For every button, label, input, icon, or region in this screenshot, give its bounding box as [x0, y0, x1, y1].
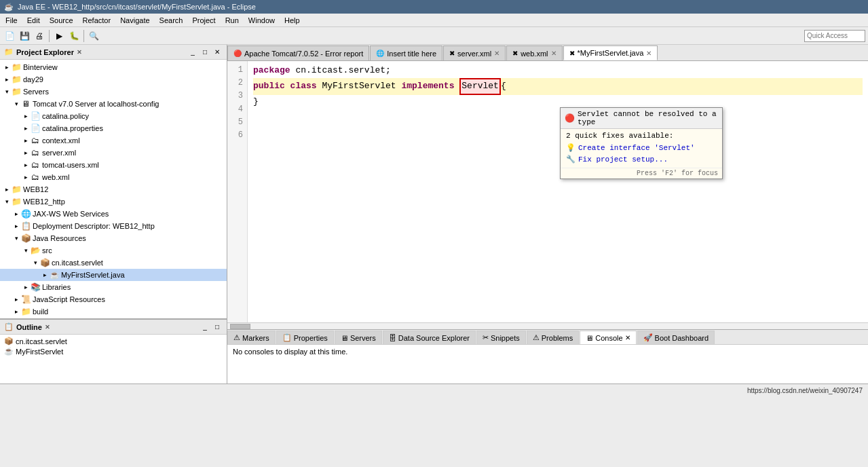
tree-toggle[interactable]: ▸	[22, 125, 30, 132]
bottom-tab-properties[interactable]: 📋 Properties	[276, 331, 334, 344]
tree-icon: 🗂	[30, 135, 41, 146]
fix-icon: 💡	[566, 143, 575, 152]
tree-item-catalina_policy[interactable]: ▸ 📄 catalina.policy	[0, 110, 227, 122]
tree-item-servers[interactable]: ▾ 📁 Servers	[0, 86, 227, 98]
tree-toggle[interactable]: ▸	[3, 64, 11, 71]
tab-label: Apache Tomcat/7.0.52 - Error report	[244, 50, 363, 58]
tree-item-server_xml[interactable]: ▸ 🗂 server.xml	[0, 147, 227, 159]
tab-close-btn[interactable]: ✕	[646, 50, 652, 57]
search-btn[interactable]: 🔍	[87, 29, 100, 43]
tree-toggle[interactable]: ▸	[22, 162, 30, 168]
tree-toggle[interactable]: ▾	[31, 259, 39, 266]
tree-item-catalina_props[interactable]: ▸ 📄 catalina.properties	[0, 122, 227, 134]
tree-label: MyFirstServlet.java	[61, 271, 125, 279]
outline-item[interactable]: 📦cn.itcast.servlet	[3, 336, 224, 346]
tree-toggle[interactable]: ▾	[3, 198, 11, 205]
minimize-btn[interactable]: _	[187, 47, 198, 58]
tree-toggle[interactable]: ▸	[3, 186, 11, 193]
tree-item-day29[interactable]: ▸ 📁 day29	[0, 73, 227, 86]
editor-tab-tab5[interactable]: ✖ *MyFirstServlet.java ✕	[563, 45, 658, 60]
tree-toggle[interactable]: ▸	[3, 76, 11, 83]
tree-toggle[interactable]: ▾	[22, 247, 30, 254]
menu-item-file[interactable]: File	[1, 16, 22, 25]
bottom-tab-snippets[interactable]: ✂ Snippets	[476, 331, 526, 344]
print-btn[interactable]: 🖨	[33, 29, 46, 43]
bottom-tab-markers[interactable]: ⚠ Markers	[227, 331, 276, 344]
tree-item-servlet_file[interactable]: ▸ ☕ MyFirstServlet.java	[0, 269, 227, 281]
menu-item-help[interactable]: Help	[280, 16, 304, 25]
tree-item-js_res[interactable]: ▸ 📜 JavaScript Resources	[0, 293, 227, 305]
bottom-tab-problems[interactable]: ⚠ Problems	[527, 331, 579, 344]
tree-item-binterview[interactable]: ▸ 📁 Binterview	[0, 61, 227, 73]
run-btn[interactable]: ▶	[52, 29, 66, 43]
tree-item-context_xml[interactable]: ▸ 🗂 context.xml	[0, 134, 227, 147]
tree-item-deploy[interactable]: ▸ 📋 Deployment Descriptor: WEB12_http	[0, 220, 227, 232]
editor-tab-tab1[interactable]: 🔴 Apache Tomcat/7.0.52 - Error report	[227, 45, 369, 60]
quick-access-input[interactable]	[804, 30, 865, 42]
tree-icon: 📋	[20, 221, 31, 231]
tree-item-web12_http[interactable]: ▾ 📁 WEB12_http	[0, 195, 227, 208]
editor-content[interactable]: 123456 package cn.itcast.servlet;public …	[227, 61, 868, 322]
tree-item-build[interactable]: ▸ 📁 build	[0, 305, 227, 318]
editor-tab-tab4[interactable]: ✖ web.xml ✕	[506, 45, 562, 60]
tree-toggle[interactable]: ▸	[22, 137, 30, 144]
menu-item-run[interactable]: Run	[221, 16, 243, 25]
tree-item-tomcat_users[interactable]: ▸ 🗂 tomcat-users.xml	[0, 159, 227, 171]
hscroll-thumb[interactable]	[230, 324, 250, 329]
editor-tab-tab3[interactable]: ✖ server.xml ✕	[443, 45, 506, 60]
tree-item-java_res[interactable]: ▾ 📦 Java Resources	[0, 232, 227, 244]
tree-toggle[interactable]: ▸	[22, 174, 30, 181]
tree-item-webcontent[interactable]: ▾ 🌐 WebContent	[0, 318, 227, 318]
tree-toggle[interactable]: ▸	[41, 272, 49, 278]
outline-min-btn[interactable]: _	[200, 322, 210, 333]
menu-item-edit[interactable]: Edit	[23, 16, 44, 25]
outline-icon: 📋	[4, 322, 14, 331]
menu-item-search[interactable]: Search	[155, 16, 187, 25]
tree-toggle[interactable]: ▾	[3, 88, 11, 95]
new-btn[interactable]: 📄	[3, 29, 16, 43]
tree-toggle[interactable]: ▸	[12, 223, 20, 229]
tree-item-tomcat[interactable]: ▾ 🖥 Tomcat v7.0 Server at localhost-conf…	[0, 98, 227, 110]
outline-item[interactable]: ☕MyFirstServlet	[3, 346, 224, 356]
tree-item-web_xml_s[interactable]: ▸ 🗂 web.xml	[0, 171, 227, 183]
tree-toggle[interactable]: ▸	[22, 149, 30, 156]
close-panel-btn[interactable]: ✕	[212, 47, 223, 58]
menu-item-navigate[interactable]: Navigate	[116, 16, 153, 25]
tree-toggle[interactable]: ▾	[12, 235, 20, 242]
bottom-tab-datasource[interactable]: 🗄 Data Source Explorer	[383, 331, 476, 344]
tree-item-libraries[interactable]: ▸ 📚 Libraries	[0, 281, 227, 293]
tree-toggle[interactable]: ▸	[12, 210, 20, 217]
tree-label: catalina.policy	[42, 112, 89, 120]
outline-max-btn[interactable]: □	[212, 322, 223, 333]
tree-item-web12[interactable]: ▸ 📁 WEB12	[0, 183, 227, 195]
bottom-tab-console[interactable]: 🖥 Console ✕	[580, 331, 636, 344]
quickfix-option[interactable]: 🔧Fix project setup...	[566, 153, 717, 165]
menu-item-project[interactable]: Project	[188, 16, 219, 25]
menu-item-source[interactable]: Source	[45, 16, 77, 25]
tree-toggle[interactable]: ▾	[12, 100, 20, 107]
editor-hscroll[interactable]	[227, 322, 868, 329]
tree-item-pkg[interactable]: ▾ 📦 cn.itcast.servlet	[0, 257, 227, 269]
tree-toggle[interactable]: ▸	[12, 308, 20, 315]
save-btn[interactable]: 💾	[18, 29, 31, 43]
bottom-tab-close[interactable]: ✕	[625, 334, 630, 341]
bottom-tab-icon: ✂	[483, 333, 489, 342]
tab-close-btn[interactable]: ✕	[551, 50, 556, 57]
menu-item-window[interactable]: Window	[244, 16, 279, 25]
menu-item-refactor[interactable]: Refactor	[79, 16, 115, 25]
quickfix-option[interactable]: 💡Create interface 'Servlet'	[566, 142, 717, 153]
tab-close-btn[interactable]: ✕	[494, 50, 499, 57]
code-line: }	[253, 95, 863, 109]
editor-tab-tab2[interactable]: 🌐 Insert title here	[370, 45, 442, 60]
tree-toggle[interactable]: ▸	[12, 296, 20, 303]
tree-toggle[interactable]: ▸	[22, 284, 30, 291]
panel-header-actions: _ □ ✕	[187, 47, 223, 58]
tree-item-src[interactable]: ▾ 📂 src	[0, 244, 227, 257]
line-number: 3	[231, 90, 243, 102]
debug-btn[interactable]: 🐛	[67, 29, 81, 43]
tree-item-jaxws[interactable]: ▸ 🌐 JAX-WS Web Services	[0, 208, 227, 220]
maximize-btn[interactable]: □	[200, 47, 210, 58]
bottom-tab-bootdash[interactable]: 🚀 Boot Dashboard	[637, 331, 715, 344]
bottom-tab-servers[interactable]: 🖥 Servers	[335, 331, 382, 344]
tree-toggle[interactable]: ▸	[22, 113, 30, 119]
